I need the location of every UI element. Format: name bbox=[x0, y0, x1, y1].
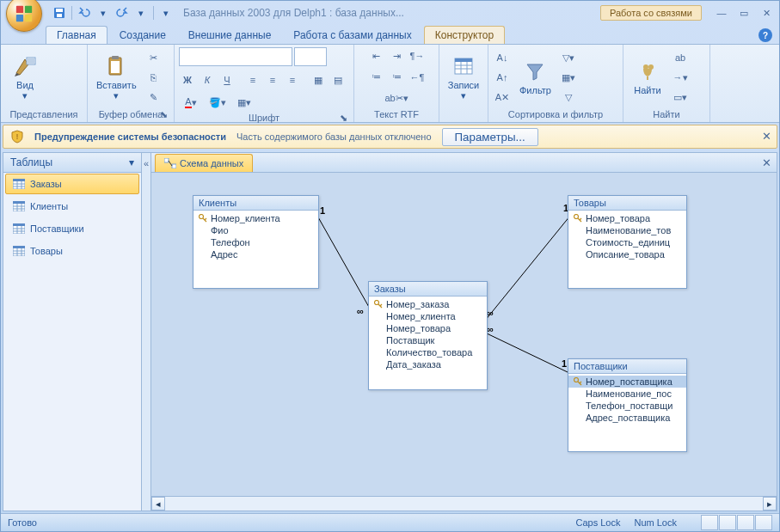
context-tab-label: Работа со связями bbox=[600, 5, 702, 21]
dialog-launcher-icon[interactable]: ⬊ bbox=[158, 109, 169, 119]
indent-button[interactable]: ⇥ bbox=[387, 46, 406, 65]
svg-rect-15 bbox=[455, 58, 472, 62]
navpane-item-suppliers[interactable]: Поставщики bbox=[5, 218, 139, 239]
clear-sort-button[interactable]: A✕ bbox=[493, 88, 512, 107]
advanced-filter-button[interactable]: ▦▾ bbox=[559, 68, 578, 87]
svg-text:!: ! bbox=[16, 132, 19, 141]
horizontal-scrollbar[interactable]: ◂ ▸ bbox=[151, 496, 777, 511]
titlebar: ▾ ▾ ▾ База данных 2003 для Delph1 : база… bbox=[1, 1, 779, 25]
align-right-button[interactable]: ≡ bbox=[283, 70, 302, 89]
quick-access-toolbar: ▾ ▾ ▾ bbox=[51, 4, 175, 21]
navpane-item-clients[interactable]: Клиенты bbox=[5, 196, 139, 217]
select-button[interactable]: ▭▾ bbox=[671, 88, 690, 107]
tab-external[interactable]: Внешние данные bbox=[178, 27, 282, 44]
group-rtf: Текст RTF bbox=[358, 108, 435, 120]
sort-asc-button[interactable]: A↓ bbox=[493, 48, 512, 67]
paste-button[interactable]: Вставить▾ bbox=[91, 52, 142, 102]
view-btn-2[interactable] bbox=[719, 515, 736, 530]
rtl-button[interactable]: ←¶ bbox=[408, 68, 427, 87]
svg-line-55 bbox=[205, 218, 206, 220]
tab-create[interactable]: Создание bbox=[109, 27, 176, 44]
svg-line-50 bbox=[317, 216, 370, 309]
doc-tab-relations[interactable]: Схема данных bbox=[155, 154, 253, 172]
selection-filter-button[interactable]: ▽▾ bbox=[559, 48, 578, 67]
ribbon-tabs: Главная Создание Внешние данные Работа с… bbox=[1, 25, 779, 44]
qat-customize[interactable]: ▾ bbox=[157, 4, 175, 21]
copy-button[interactable]: ⎘ bbox=[144, 68, 163, 87]
scroll-right-button[interactable]: ▸ bbox=[763, 497, 777, 511]
size-combo[interactable] bbox=[294, 47, 327, 66]
align-left-button[interactable]: ≡ bbox=[243, 70, 262, 89]
undo-dropdown[interactable]: ▾ bbox=[95, 4, 112, 21]
italic-button[interactable]: К bbox=[198, 70, 217, 89]
scroll-left-button[interactable]: ◂ bbox=[151, 497, 165, 511]
dialog-launcher-icon[interactable]: ⬊ bbox=[338, 113, 348, 123]
svg-rect-2 bbox=[16, 15, 23, 21]
find-button[interactable]: Найти bbox=[627, 58, 668, 97]
table-window-goods[interactable]: Товары Номер_товара Наименование_тов Сто… bbox=[568, 195, 687, 289]
outdent-button[interactable]: ⇤ bbox=[366, 46, 385, 65]
numbering-button[interactable]: ≔ bbox=[387, 68, 406, 87]
bold-button[interactable]: Ж bbox=[178, 70, 197, 89]
navpane-collapse-button[interactable]: « bbox=[142, 153, 151, 511]
relationship-canvas[interactable]: 1 ∞ ∞ 1 ∞ 1 Клиенты Номер_клиента Фио Те… bbox=[151, 173, 777, 496]
view-btn-1[interactable] bbox=[701, 515, 718, 530]
close-button[interactable]: ✕ bbox=[757, 5, 776, 21]
table-window-clients[interactable]: Клиенты Номер_клиента Фио Телефон Адрес bbox=[193, 195, 319, 289]
doc-close-button[interactable]: ✕ bbox=[762, 156, 771, 169]
view-btn-3[interactable] bbox=[737, 515, 754, 530]
tab-design[interactable]: Конструктор bbox=[424, 26, 505, 44]
group-find: Найти bbox=[627, 108, 706, 120]
security-title: Предупреждение системы безопасности bbox=[34, 131, 226, 142]
undo-button[interactable] bbox=[76, 4, 93, 21]
records-button[interactable]: Записи▾ bbox=[443, 52, 484, 102]
fill-color-button[interactable]: 🪣▾ bbox=[205, 93, 230, 112]
svg-line-49 bbox=[169, 161, 172, 166]
sort-desc-button[interactable]: A↑ bbox=[493, 68, 512, 87]
filter-button[interactable]: Фильтр bbox=[514, 58, 556, 97]
toggle-filter-button[interactable]: ▽ bbox=[559, 88, 578, 107]
align-center-button[interactable]: ≡ bbox=[263, 70, 282, 89]
grid-style-button[interactable]: ▦▾ bbox=[231, 93, 257, 112]
key-icon bbox=[574, 214, 582, 223]
gridlines-button[interactable]: ▦ bbox=[309, 70, 328, 89]
group-views: Представления bbox=[4, 108, 83, 120]
font-color-button[interactable]: A▾ bbox=[178, 93, 204, 112]
navpane-item-goods[interactable]: Товары bbox=[5, 241, 139, 261]
group-font: Шрифт⬊ bbox=[178, 112, 350, 124]
help-icon[interactable]: ? bbox=[759, 28, 772, 42]
tab-home[interactable]: Главная bbox=[46, 26, 107, 44]
font-combo[interactable] bbox=[179, 47, 292, 66]
redo-button[interactable] bbox=[114, 4, 131, 21]
underline-button[interactable]: Ч bbox=[218, 70, 236, 89]
svg-rect-13 bbox=[111, 61, 120, 73]
ltr-button[interactable]: ¶→ bbox=[408, 46, 427, 65]
tab-dbtools[interactable]: Работа с базами данных bbox=[283, 27, 421, 44]
navpane-dropdown-icon[interactable]: ▾ bbox=[129, 156, 134, 168]
table-window-suppliers[interactable]: Поставщики Номер_поставщика Наименование… bbox=[568, 358, 687, 452]
navpane-item-orders[interactable]: Заказы bbox=[5, 174, 139, 194]
view-btn-4[interactable] bbox=[755, 515, 772, 530]
save-button[interactable] bbox=[51, 4, 68, 21]
svg-line-58 bbox=[380, 304, 382, 306]
goto-button[interactable]: →▾ bbox=[671, 68, 690, 87]
minimize-button[interactable]: — bbox=[712, 5, 731, 21]
svg-point-59 bbox=[574, 215, 579, 219]
svg-line-61 bbox=[580, 218, 581, 220]
highlight-button[interactable]: ab✂▾ bbox=[378, 89, 415, 108]
security-options-button[interactable]: Параметры... bbox=[442, 128, 538, 146]
bullets-button[interactable]: ≔ bbox=[366, 68, 385, 87]
table-window-orders[interactable]: Заказы Номер_заказа Номер_клиента Номер_… bbox=[368, 281, 488, 390]
ribbon: Вид▾ Представления Вставить▾ ✂ ⎘ ✎ Буфер… bbox=[1, 44, 779, 123]
navpane-header[interactable]: Таблицы ▾ bbox=[3, 153, 141, 173]
altrow-button[interactable]: ▤ bbox=[329, 70, 347, 89]
replace-button[interactable]: ab bbox=[671, 48, 690, 67]
redo-dropdown[interactable]: ▾ bbox=[132, 4, 150, 21]
security-close-button[interactable]: ✕ bbox=[762, 130, 771, 143]
svg-line-64 bbox=[580, 382, 581, 383]
status-capslock: Caps Lock bbox=[575, 517, 620, 528]
maximize-button[interactable]: ▭ bbox=[734, 5, 753, 21]
view-button[interactable]: Вид▾ bbox=[4, 52, 46, 102]
format-painter-button[interactable]: ✎ bbox=[144, 88, 163, 107]
cut-button[interactable]: ✂ bbox=[144, 48, 163, 67]
